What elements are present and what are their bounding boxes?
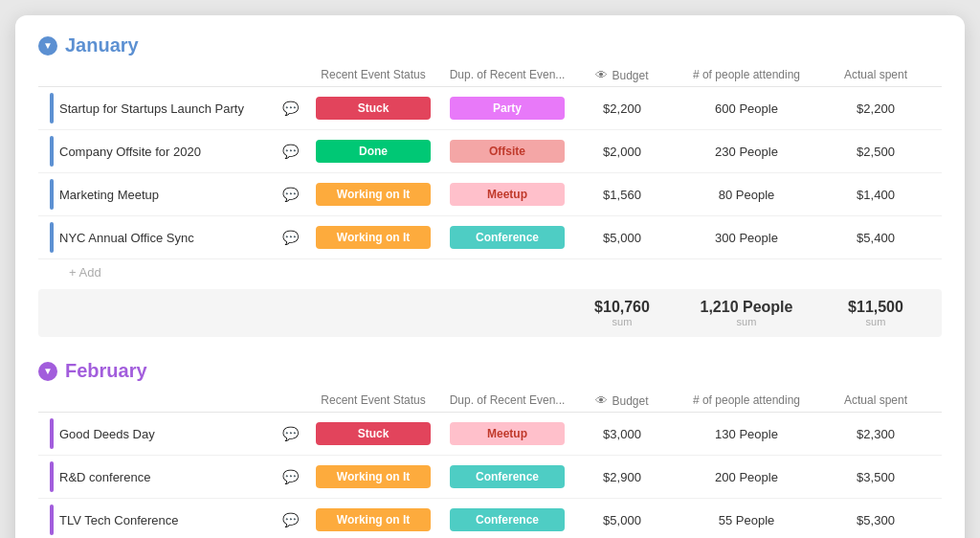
row-name-cell: R&D conference 💬 [38,456,306,498]
row-color-bar [50,136,54,167]
col-dup-header: Dup. of Recent Even... [440,393,574,408]
row-name-cell: TLV Tech Conference 💬 [38,499,306,538]
section-february: ▼ February Recent Event Status Dup. of R… [38,360,942,538]
table-january: Recent Event Status Dup. of Recent Even.… [38,64,942,337]
summary-budget: $10,760 sum [574,297,670,329]
budget-cell: $3,000 [574,423,670,445]
col-dup-header: Dup. of Recent Even... [440,68,574,82]
people-cell: 55 People [670,509,823,531]
budget-cell: $5,000 [574,509,670,531]
status-badge[interactable]: Stuck [316,97,431,120]
dup-cell: Conference [440,222,574,253]
row-color-bar [50,222,54,253]
row-name: Startup for Startups Launch Party [59,101,277,116]
actual-cell: $1,400 [823,184,928,206]
col-actual-header: Actual spent [823,68,928,82]
status-badge[interactable]: Working on It [316,465,431,488]
budget-cell: $1,560 [574,184,670,206]
dup-cell: Conference [440,461,574,492]
table-row: Marketing Meetup 💬 Working on It Meetup … [38,173,942,216]
budget-cell: $2,200 [574,98,670,120]
dup-badge[interactable]: Meetup [450,183,565,206]
row-name-cell: Marketing Meetup 💬 [38,173,306,215]
row-color-bar [50,179,54,210]
status-badge[interactable]: Working on It [316,508,431,531]
table-header: Recent Event Status Dup. of Recent Even.… [38,390,942,413]
actual-cell: $5,300 [823,509,928,531]
col-status-header: Recent Event Status [306,68,440,82]
col-name-header [38,68,306,82]
budget-cell: $2,900 [574,466,670,488]
people-cell: 130 People [670,423,823,445]
table-row: R&D conference 💬 Working on It Conferenc… [38,456,942,499]
comment-icon[interactable]: 💬 [282,426,299,441]
status-cell: Working on It [306,461,440,492]
dup-cell: Meetup [440,179,574,210]
table-row: Company Offsite for 2020 💬 Done Offsite … [38,130,942,173]
summary-row: $10,760 sum 1,210 People sum $11,500 sum [38,289,942,337]
row-name-cell: Startup for Startups Launch Party 💬 [38,87,306,129]
dup-badge[interactable]: Conference [450,508,565,531]
comment-icon[interactable]: 💬 [282,469,299,484]
section-january: ▼ January Recent Event Status Dup. of Re… [38,34,942,337]
dup-cell: Offsite [440,136,574,167]
summary-budget-value: $10,760 [582,299,662,316]
dup-cell: Conference [440,504,574,535]
summary-people-value: 1,210 People [678,299,815,316]
col-budget-header: 👁 Budget [574,393,670,408]
table-february: Recent Event Status Dup. of Recent Even.… [38,390,942,538]
comment-icon[interactable]: 💬 [282,230,299,245]
dup-badge[interactable]: Conference [450,226,565,249]
col-people-header: # of people attending [670,393,823,408]
status-badge[interactable]: Done [316,140,431,163]
budget-cell: $2,000 [574,141,670,163]
dup-badge[interactable]: Offsite [450,140,565,163]
row-color-bar [50,504,54,535]
dup-badge[interactable]: Meetup [450,422,565,445]
toggle-arrow-icon: ▼ [43,40,53,51]
section-title-january: January [65,34,139,56]
col-actual-header: Actual spent [823,393,928,408]
comment-icon[interactable]: 💬 [282,144,299,159]
budget-cell: $5,000 [574,227,670,249]
status-cell: Done [306,136,440,167]
table-header: Recent Event Status Dup. of Recent Even.… [38,64,942,87]
row-name: Marketing Meetup [59,188,277,202]
row-name: Good Deeds Day [59,427,277,441]
status-badge[interactable]: Stuck [316,422,431,445]
toggle-arrow-icon: ▼ [43,366,53,376]
row-name-cell: Company Offsite for 2020 💬 [38,130,306,172]
row-name: Company Offsite for 2020 [59,145,277,159]
eye-icon: 👁 [595,393,608,408]
summary-people: 1,210 People sum [670,297,823,329]
status-cell: Working on It [306,179,440,210]
col-name-header [38,393,306,408]
section-toggle-february[interactable]: ▼ [38,362,57,381]
people-cell: 230 People [670,141,823,163]
status-cell: Working on It [306,222,440,253]
status-badge[interactable]: Working on It [316,183,431,206]
status-badge[interactable]: Working on It [316,226,431,249]
dup-badge[interactable]: Conference [450,465,565,488]
actual-cell: $2,200 [823,98,928,120]
row-name-cell: NYC Annual Office Sync 💬 [38,216,306,258]
actual-cell: $5,400 [823,227,928,249]
summary-empty-2 [306,311,440,315]
actual-cell: $2,300 [823,423,928,445]
actual-cell: $3,500 [823,466,928,488]
summary-empty-3 [440,311,574,315]
summary-people-label: sum [678,316,815,327]
col-people-header: # of people attending [670,68,823,82]
people-cell: 200 People [670,466,823,488]
comment-icon[interactable]: 💬 [282,512,299,527]
comment-icon[interactable]: 💬 [282,187,299,202]
add-row[interactable]: + Add [38,259,942,285]
people-cell: 80 People [670,184,823,206]
col-budget-header: 👁 Budget [574,68,670,82]
dup-badge[interactable]: Party [450,97,565,120]
status-cell: Stuck [306,93,440,123]
section-title-february: February [65,360,147,382]
comment-icon[interactable]: 💬 [282,101,299,116]
table-row: NYC Annual Office Sync 💬 Working on It C… [38,216,942,259]
section-toggle-january[interactable]: ▼ [38,36,57,56]
